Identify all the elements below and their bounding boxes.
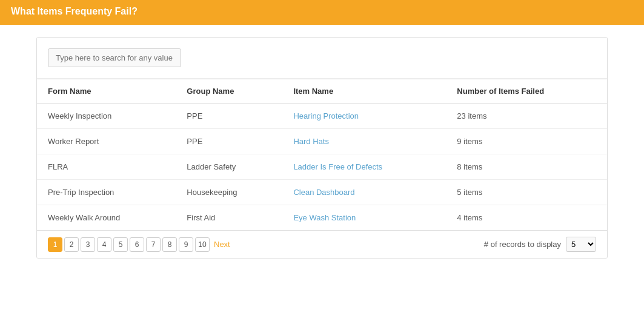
cell-item-name[interactable]: Clean Dashboard: [282, 180, 446, 205]
cell-group-name: PPE: [176, 129, 282, 154]
table-row: FLRALadder SafetyLadder Is Free of Defec…: [37, 154, 607, 180]
cell-items-failed: 5 items: [446, 180, 607, 205]
col-item-name: Item Name: [282, 79, 446, 104]
header-bar: What Items Frequenty Fail?: [0, 0, 644, 23]
cell-group-name: PPE: [176, 104, 282, 129]
page-button-10[interactable]: 10: [195, 237, 210, 252]
col-form-name: Form Name: [37, 79, 176, 104]
page-button-5[interactable]: 5: [113, 237, 128, 252]
search-area: [37, 38, 607, 79]
page-button-4[interactable]: 4: [97, 237, 111, 252]
cell-items-failed: 4 items: [446, 205, 607, 231]
table-row: Weekly InspectionPPEHearing Protection23…: [37, 104, 607, 129]
pagination-bar: 12345678910Next # of records to display …: [37, 231, 607, 258]
page-button-6[interactable]: 6: [130, 237, 144, 252]
cell-items-failed: 23 items: [446, 104, 607, 129]
table-row: Worker ReportPPEHard Hats9 items: [37, 129, 607, 154]
main-container: Form Name Group Name Item Name Number of…: [36, 37, 608, 259]
cell-item-name[interactable]: Hearing Protection: [282, 104, 446, 129]
cell-form-name: Worker Report: [37, 129, 176, 154]
header-line: [0, 23, 644, 25]
table-body: Weekly InspectionPPEHearing Protection23…: [37, 104, 607, 231]
table-row: Pre-Trip InspectionHousekeepingClean Das…: [37, 180, 607, 205]
cell-item-name[interactable]: Eye Wash Station: [282, 205, 446, 231]
search-input[interactable]: [48, 48, 181, 67]
cell-item-name[interactable]: Hard Hats: [282, 129, 446, 154]
records-label: # of records to display: [484, 240, 561, 249]
page-button-9[interactable]: 9: [179, 237, 193, 252]
cell-group-name: Ladder Safety: [176, 154, 282, 180]
records-select[interactable]: 5 10 25 50: [566, 237, 596, 252]
cell-group-name: Housekeeping: [176, 180, 282, 205]
next-button[interactable]: Next: [214, 240, 230, 249]
page-button-3[interactable]: 3: [81, 237, 95, 252]
pagination-right: # of records to display 5 10 25 50: [484, 237, 596, 252]
pagination-left: 12345678910Next: [48, 237, 230, 252]
cell-form-name: Weekly Walk Around: [37, 205, 176, 231]
page-button-7[interactable]: 7: [146, 237, 161, 252]
page-button-2[interactable]: 2: [64, 237, 79, 252]
table-header: Form Name Group Name Item Name Number of…: [37, 79, 607, 104]
cell-item-name[interactable]: Ladder Is Free of Defects: [282, 154, 446, 180]
cell-items-failed: 8 items: [446, 154, 607, 180]
page-button-1[interactable]: 1: [48, 237, 62, 252]
page-title: What Items Frequenty Fail?: [11, 6, 138, 17]
data-table: Form Name Group Name Item Name Number of…: [37, 79, 607, 231]
page-button-8[interactable]: 8: [162, 237, 177, 252]
cell-form-name: Pre-Trip Inspection: [37, 180, 176, 205]
cell-group-name: First Aid: [176, 205, 282, 231]
cell-form-name: Weekly Inspection: [37, 104, 176, 129]
cell-items-failed: 9 items: [446, 129, 607, 154]
cell-form-name: FLRA: [37, 154, 176, 180]
table-row: Weekly Walk AroundFirst AidEye Wash Stat…: [37, 205, 607, 231]
col-items-failed: Number of Items Failed: [446, 79, 607, 104]
col-group-name: Group Name: [176, 79, 282, 104]
